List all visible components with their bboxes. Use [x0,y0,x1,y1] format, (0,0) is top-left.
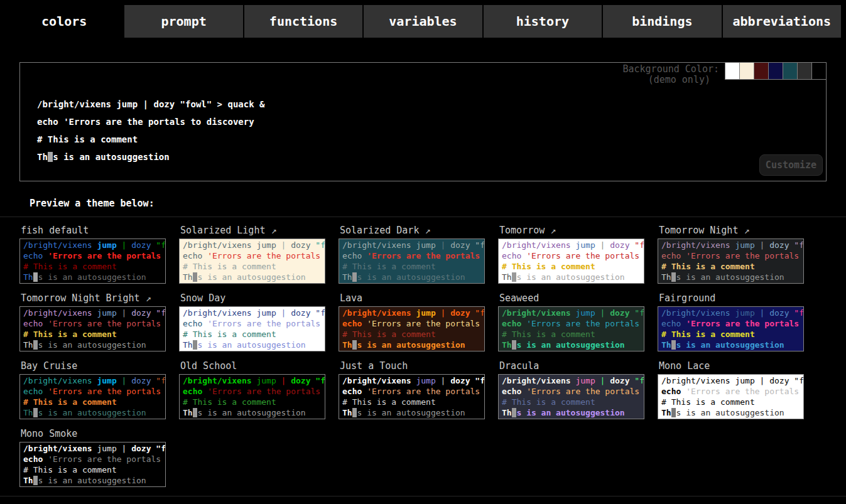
tab-variables[interactable]: variables [364,5,482,38]
theme-preview-bay-cruise[interactable]: /bright/vixens jump | dozy "fowl" > quac… [19,374,166,419]
theme-title-tomorrow[interactable]: Tomorrow ↗ [499,225,644,236]
theme-cell-fish-default: fish default/bright/vixens jump | dozy "… [19,225,166,284]
theme-preview-fish-default[interactable]: /bright/vixens jump | dozy "fowl" > quac… [19,239,166,284]
theme-cell-dracula: Dracula/bright/vixens jump | dozy "fowl"… [498,360,644,419]
bg-swatch-2e2e2e[interactable] [797,62,812,80]
theme-cell-snow-day: Snow Day/bright/vixens jump | dozy "fowl… [179,292,325,351]
theme-cell-solarized-dark: Solarized Dark ↗/bright/vixens jump | do… [339,225,485,284]
theme-title-lava: Lava [340,292,485,304]
theme-cell-mono-smoke: Mono Smoke/bright/vixens jump | dozy "fo… [19,428,166,487]
theme-title-old-school: Old School [180,360,325,372]
theme-preview-dracula[interactable]: /bright/vixens jump | dozy "fowl" > quac… [498,374,644,419]
external-link-icon[interactable]: ↗ [545,225,556,236]
bg-swatch-174851[interactable] [783,62,798,80]
colors-tab-content: Background Color: (demo only) /bright/vi… [0,62,846,496]
theme-title-mono-smoke: Mono Smoke [21,428,166,439]
customize-button[interactable]: Customize [759,154,823,176]
tab-history[interactable]: history [484,5,602,38]
terminal-sample-text: /bright/vixens jump | dozy "fowl" > quac… [37,95,264,166]
external-link-icon[interactable]: ↗ [738,225,749,236]
tab-abbreviations[interactable]: abbreviations [723,5,841,38]
theme-preview-solarized-dark[interactable]: /bright/vixens jump | dozy "fowl" > quac… [339,239,485,284]
terminal-preview-panel: Background Color: (demo only) /bright/vi… [19,62,827,181]
theme-preview-lava[interactable]: /bright/vixens jump | dozy "fowl" > quac… [339,306,485,351]
background-color-label: Background Color: (demo only) [622,64,719,85]
theme-grid: fish default/bright/vixens jump | dozy "… [0,217,846,496]
theme-cell-seaweed: Seaweed/bright/vixens jump | dozy "fowl"… [498,292,644,351]
theme-preview-tomorrow[interactable]: /bright/vixens jump | dozy "fowl" > quac… [498,239,644,284]
section-title: Preview a theme below: [30,198,846,209]
theme-title-tomorrow-night-bright[interactable]: Tomorrow Night Bright ↗ [21,292,166,304]
theme-preview-seaweed[interactable]: /bright/vixens jump | dozy "fowl" > quac… [498,306,644,351]
tab-functions[interactable]: functions [244,5,362,38]
theme-title-fairground: Fairground [659,292,804,304]
theme-preview-mono-smoke[interactable]: /bright/vixens jump | dozy "fowl" > quac… [19,442,166,487]
theme-title-solarized-dark[interactable]: Solarized Dark ↗ [340,225,485,236]
theme-cell-tomorrow-night-bright: Tomorrow Night Bright ↗/bright/vixens ju… [19,292,166,351]
tab-bar: colorspromptfunctionsvariableshistorybin… [0,0,846,38]
theme-preview-just-a-touch[interactable]: /bright/vixens jump | dozy "fowl" > quac… [339,374,485,419]
bg-swatch-4a0f0f[interactable] [754,62,769,80]
theme-title-mono-lace: Mono Lace [659,360,804,372]
fish-config-page: { "tabs": [ {"label": "colors", "active"… [0,0,846,504]
theme-cell-bay-cruise: Bay Cruise/bright/vixens jump | dozy "fo… [19,360,166,419]
tab-prompt[interactable]: prompt [124,5,242,38]
external-link-icon[interactable]: ↗ [419,225,430,236]
external-link-icon[interactable]: ↗ [265,225,276,236]
theme-preview-tomorrow-night[interactable]: /bright/vixens jump | dozy "fowl" > quac… [658,239,804,284]
theme-preview-solarized-light[interactable]: /bright/vixens jump | dozy "fowl" > quac… [179,239,325,284]
theme-cell-fairground: Fairground/bright/vixens jump | dozy "fo… [658,292,804,351]
theme-title-fish-default: fish default [21,225,166,236]
theme-title-snow-day: Snow Day [180,292,325,304]
tab-colors[interactable]: colors [5,5,123,38]
theme-title-seaweed: Seaweed [499,292,644,304]
background-swatches [725,62,827,80]
theme-preview-fairground[interactable]: /bright/vixens jump | dozy "fowl" > quac… [658,306,804,351]
theme-cell-lava: Lava/bright/vixens jump | dozy "fowl" > … [339,292,485,351]
background-color-control: Background Color: (demo only) [622,62,827,85]
theme-title-bay-cruise: Bay Cruise [21,360,166,372]
theme-title-dracula: Dracula [499,360,644,372]
theme-cell-old-school: Old School/bright/vixens jump | dozy "fo… [179,360,325,419]
theme-preview-tomorrow-night-bright[interactable]: /bright/vixens jump | dozy "fowl" > quac… [19,306,166,351]
theme-preview-snow-day[interactable]: /bright/vixens jump | dozy "fowl" > quac… [179,306,325,351]
bg-swatch-0c0c44[interactable] [768,62,783,80]
theme-cell-tomorrow: Tomorrow ↗/bright/vixens jump | dozy "fo… [498,225,644,284]
bg-swatch-f8eed9[interactable] [739,62,754,80]
theme-preview-mono-lace[interactable]: /bright/vixens jump | dozy "fowl" > quac… [658,374,804,419]
theme-title-solarized-light[interactable]: Solarized Light ↗ [180,225,325,236]
theme-title-just-a-touch: Just a Touch [340,360,485,372]
external-link-icon[interactable]: ↗ [140,292,151,304]
theme-cell-just-a-touch: Just a Touch/bright/vixens jump | dozy "… [339,360,485,419]
tab-bindings[interactable]: bindings [603,5,721,38]
bg-swatch-000000[interactable] [811,62,827,80]
theme-preview-old-school[interactable]: /bright/vixens jump | dozy "fowl" > quac… [179,374,325,419]
theme-title-tomorrow-night[interactable]: Tomorrow Night ↗ [659,225,804,236]
theme-cell-solarized-light: Solarized Light ↗/bright/vixens jump | d… [179,225,325,284]
bg-swatch-ffffff[interactable] [725,62,740,80]
theme-cell-mono-lace: Mono Lace/bright/vixens jump | dozy "fow… [658,360,804,419]
theme-cell-tomorrow-night: Tomorrow Night ↗/bright/vixens jump | do… [658,225,804,284]
